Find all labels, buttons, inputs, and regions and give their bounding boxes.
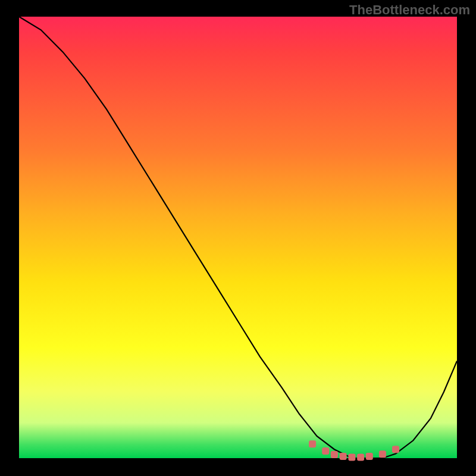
- marker-point: [392, 446, 399, 453]
- marker-point: [379, 450, 386, 458]
- bottleneck-curve: [19, 17, 457, 458]
- chart-svg: [19, 17, 457, 458]
- marker-point: [366, 453, 373, 460]
- marker-point: [357, 454, 364, 461]
- marker-point: [348, 454, 355, 461]
- plot-area: [19, 17, 457, 458]
- marker-point: [340, 453, 347, 460]
- marker-point: [322, 447, 329, 455]
- marker-point: [331, 451, 338, 458]
- watermark-text: TheBottleneck.com: [349, 2, 470, 18]
- marker-point: [309, 440, 316, 447]
